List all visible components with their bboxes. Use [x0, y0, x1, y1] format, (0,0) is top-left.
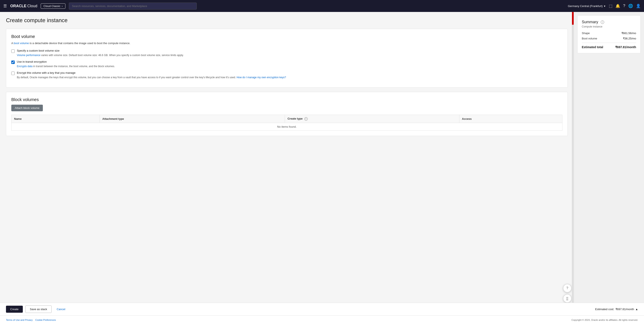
- table-header: Name Attachment type Create type i Acces…: [12, 115, 562, 123]
- table-header-row: Name Attachment type Create type i Acces…: [12, 115, 562, 123]
- table-row-empty: No items found.: [12, 123, 562, 130]
- summary-title: Summary: [582, 20, 598, 24]
- summary-info-icon[interactable]: i: [601, 20, 604, 24]
- no-items-message: No items found.: [12, 123, 562, 130]
- summary-total-row: Estimated total ₹697.81/month: [582, 46, 636, 49]
- col-name: Name: [12, 115, 100, 123]
- block-volumes-table: Name Attachment type Create type i Acces…: [11, 115, 562, 131]
- table-body: No items found.: [12, 123, 562, 130]
- floating-help-buttons: ? ⣿: [563, 284, 572, 303]
- total-value: ₹697.81/month: [615, 46, 636, 49]
- col-attachment-type: Attachment type: [100, 115, 285, 123]
- region-chevron-icon: ▾: [604, 4, 606, 8]
- boot-volume-link[interactable]: boot volume: [14, 42, 29, 45]
- block-volumes-title: Block volumes: [11, 97, 562, 102]
- save-as-stack-button[interactable]: Save as stack: [25, 306, 52, 313]
- block-volumes-section: Block volumes Attach block volume Name A…: [6, 92, 568, 136]
- estimated-cost-label: Estimated cost:: [595, 308, 614, 311]
- total-label: Estimated total: [582, 46, 603, 49]
- encrypt-key-checkbox[interactable]: [11, 72, 15, 75]
- help-circle-2[interactable]: ⣿: [563, 294, 572, 303]
- encrypt-key-label[interactable]: Encrypt this volume with a key that you …: [17, 71, 76, 74]
- globe-icon[interactable]: 🌐: [628, 4, 633, 8]
- user-icon[interactable]: 👤: [636, 4, 640, 8]
- custom-boot-volume-desc: Volume performance varies with volume si…: [17, 54, 562, 57]
- shape-label: Shape: [582, 32, 590, 35]
- terminal-icon[interactable]: ⬚: [609, 4, 612, 8]
- header-icons: ⬚ 🔔 ? 🌐 👤: [609, 4, 640, 8]
- volume-performance-link[interactable]: Volume performance: [17, 54, 40, 57]
- shape-value: ₹661.56/mo: [622, 32, 636, 35]
- in-transit-encryption-row: Use in-transit encryption: [11, 60, 562, 64]
- bottom-bar: Create Save as stack Cancel Estimated co…: [0, 303, 644, 316]
- boot-volume-value: ₹36.25/mo: [623, 37, 636, 40]
- search-input[interactable]: [69, 2, 197, 10]
- encrypt-key-desc: By default, Oracle manages the keys that…: [17, 76, 562, 79]
- header: ☰ ORACLE Cloud Cloud Classic › Germany C…: [0, 0, 644, 12]
- in-transit-encryption-group: Use in-transit encryption Encrypts data …: [11, 60, 562, 68]
- in-transit-encryption-label[interactable]: Use in-transit encryption: [17, 60, 47, 63]
- custom-boot-volume-checkbox[interactable]: [11, 50, 15, 53]
- bell-icon[interactable]: 🔔: [616, 4, 620, 8]
- encrypt-key-row: Encrypt this volume with a key that you …: [11, 71, 562, 75]
- cloud-classic-button[interactable]: Cloud Classic ›: [41, 4, 66, 9]
- page-layout: Create compute instance Boot volume A bo…: [0, 12, 644, 316]
- estimated-cost-bar: Estimated cost: ₹697.81/month ▲: [595, 308, 638, 311]
- summary-shape-row: Shape ₹661.56/mo: [582, 32, 636, 35]
- boot-volume-title: Boot volume: [11, 34, 562, 39]
- attach-block-volume-button[interactable]: Attach block volume: [11, 105, 43, 111]
- custom-boot-volume-label[interactable]: Specify a custom boot volume size: [17, 49, 60, 52]
- summary-header: Summary i: [582, 20, 636, 24]
- summary-boot-volume-row: Boot volume ₹36.25/mo: [582, 37, 636, 40]
- page-title: Create compute instance: [6, 17, 568, 24]
- col-create-type: Create type i: [285, 115, 459, 123]
- scrollbar[interactable]: [572, 12, 574, 307]
- region-label: Germany Central (Frankfurt): [568, 4, 603, 8]
- estimated-cost-value: ₹697.81/month: [616, 308, 634, 311]
- create-button[interactable]: Create: [6, 306, 23, 313]
- oracle-logo: ORACLE Cloud: [10, 4, 37, 8]
- boot-volume-description: A boot volume is a detachable device tha…: [11, 42, 562, 45]
- boot-volume-section: Boot volume A boot volume is a detachabl…: [6, 29, 568, 88]
- encrypts-data-link[interactable]: Encrypts data: [17, 65, 32, 68]
- encrypt-key-group: Encrypt this volume with a key that you …: [11, 71, 562, 79]
- help-icon[interactable]: ?: [623, 4, 625, 8]
- summary-subtitle: Compute instance: [582, 25, 636, 28]
- scrollbar-thumb: [572, 12, 574, 25]
- create-type-info-icon[interactable]: i: [304, 117, 308, 121]
- boot-volume-label: Boot volume: [582, 37, 597, 40]
- custom-boot-volume-group: Specify a custom boot volume size Volume…: [11, 49, 562, 57]
- in-transit-encryption-desc: Encrypts data in transit between the ins…: [17, 65, 562, 68]
- help-circle-1[interactable]: ?: [563, 284, 572, 292]
- custom-boot-volume-row: Specify a custom boot volume size: [11, 49, 562, 53]
- cost-chevron-icon[interactable]: ▲: [635, 308, 638, 311]
- main-content: Create compute instance Boot volume A bo…: [0, 12, 574, 316]
- cancel-button[interactable]: Cancel: [54, 306, 68, 313]
- hamburger-menu[interactable]: ☰: [4, 4, 7, 8]
- sidebar: Summary i Compute instance Shape ₹661.56…: [574, 12, 644, 316]
- col-access: Access: [459, 115, 562, 123]
- region-selector[interactable]: Germany Central (Frankfurt) ▾: [568, 4, 606, 8]
- header-right: Germany Central (Frankfurt) ▾ ⬚ 🔔 ? 🌐 👤: [568, 4, 640, 8]
- summary-panel: Summary i Compute instance Shape ₹661.56…: [577, 15, 640, 53]
- manage-encryption-link[interactable]: How do I manage my own encryption keys?: [236, 76, 286, 79]
- in-transit-encryption-checkbox[interactable]: [11, 60, 15, 64]
